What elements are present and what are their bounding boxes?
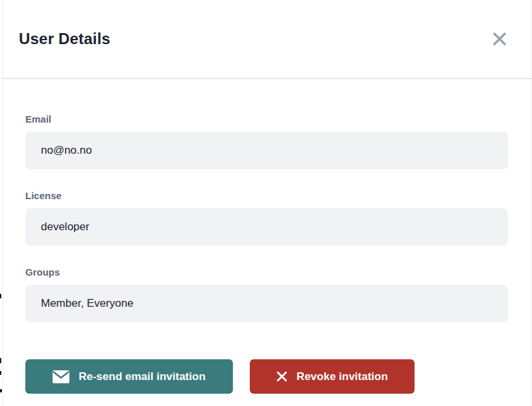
groups-label: Groups xyxy=(25,267,509,278)
user-details-modal: User Details Email no@no.no License deve… xyxy=(3,0,532,406)
email-label: Email xyxy=(25,113,509,125)
license-field[interactable]: developer xyxy=(25,208,508,246)
background-page-fragment xyxy=(0,358,1,363)
x-icon xyxy=(276,371,287,382)
close-button[interactable] xyxy=(490,29,509,49)
groups-field[interactable]: Member, Everyone xyxy=(25,285,508,322)
background-page-fragment xyxy=(0,294,1,298)
license-label: License xyxy=(25,190,509,201)
actions-row: Re-send email invitation Revoke invitati… xyxy=(25,339,509,394)
resend-invitation-label: Re-send email invitation xyxy=(79,370,206,383)
envelope-icon xyxy=(53,370,69,383)
license-value: developer xyxy=(41,221,90,233)
email-field[interactable]: no@no.no xyxy=(25,132,508,169)
modal-body: Email no@no.no License developer Groups … xyxy=(3,79,531,394)
field-group-license: License developer xyxy=(25,190,509,246)
groups-value: Member, Everyone xyxy=(41,297,134,310)
email-value: no@no.no xyxy=(41,144,92,157)
background-page-fragment xyxy=(0,371,1,375)
modal-header: User Details xyxy=(3,0,531,79)
modal-title: User Details xyxy=(19,30,110,48)
field-group-email: Email no@no.no xyxy=(25,113,509,169)
field-group-groups: Groups Member, Everyone xyxy=(25,267,509,322)
background-page-fragment xyxy=(0,389,2,392)
close-icon xyxy=(492,31,507,47)
revoke-invitation-button[interactable]: Revoke invitation xyxy=(250,359,415,394)
resend-invitation-button[interactable]: Re-send email invitation xyxy=(25,359,233,394)
revoke-invitation-label: Revoke invitation xyxy=(296,370,388,383)
